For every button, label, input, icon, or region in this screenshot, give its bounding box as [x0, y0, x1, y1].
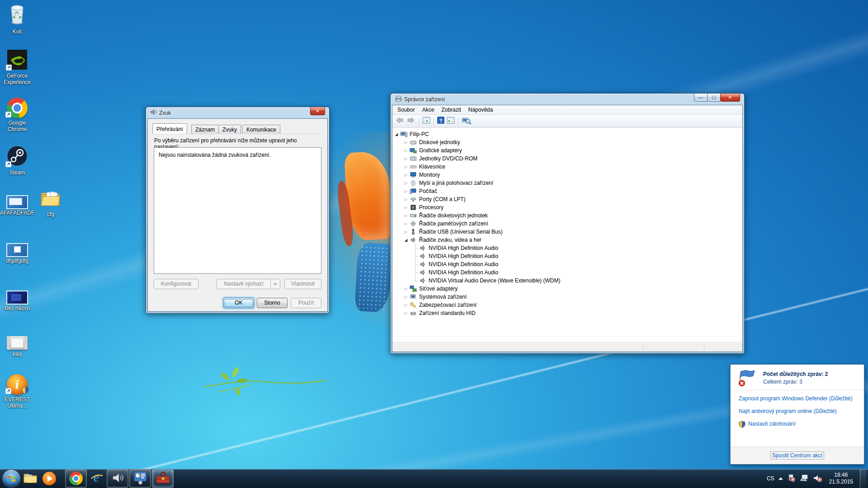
apply-button[interactable]: Použít	[291, 298, 321, 308]
properties-panel-icon[interactable]	[447, 117, 455, 126]
desktop-icon-klklj[interactable]: klklj	[0, 336, 34, 357]
tree-item[interactable]: ▷Procesory	[392, 203, 742, 211]
collapse-arrow-icon[interactable]: ▷	[403, 197, 409, 202]
volume-muted-tray-icon[interactable]	[813, 474, 822, 483]
tab-zvuky[interactable]: Zvuky	[218, 125, 241, 134]
menu-akce[interactable]: Akce	[419, 106, 438, 114]
taskbar-explorer[interactable]	[21, 469, 39, 488]
taskbar-media-player[interactable]	[40, 469, 58, 488]
collapse-arrow-icon[interactable]: ▷	[403, 140, 409, 145]
collapse-arrow-icon[interactable]: ▷	[403, 205, 409, 210]
tree-item[interactable]: NVIDIA High Definition Audio	[392, 252, 742, 260]
taskbar-chrome[interactable]	[65, 469, 87, 488]
taskbar-internet-explorer[interactable]: e	[88, 469, 106, 488]
expanded-arrow-icon[interactable]: ◢	[393, 132, 400, 136]
open-action-center-link[interactable]: Spustit Centrum akcí	[771, 452, 824, 459]
menu-soubor[interactable]: Soubor	[394, 106, 419, 114]
configure-button[interactable]: Konfigurovat	[154, 279, 198, 289]
show-desktop-button[interactable]	[860, 469, 866, 488]
action-center-link-0[interactable]: Zapnout program Windows Defender (Důleži…	[739, 395, 857, 402]
tree-item[interactable]: ▷Monitory	[392, 171, 742, 179]
desktop-icon-cfg[interactable]: cfg	[33, 190, 68, 217]
audio-icon	[419, 244, 426, 252]
desktop-icon-afafadfadf[interactable]: AFAFADFADF	[0, 196, 34, 216]
tree-item[interactable]: ▷Zabezpečovací zařízení	[392, 301, 742, 309]
console-tree-icon[interactable]	[422, 117, 430, 126]
collapse-arrow-icon[interactable]: ▷	[403, 189, 409, 193]
collapse-arrow-icon[interactable]: ▷	[403, 221, 409, 226]
collapse-arrow-icon[interactable]: ▷	[403, 311, 409, 315]
expanded-arrow-icon[interactable]: ◢	[403, 238, 409, 242]
taskbar-device-manager[interactable]	[152, 469, 174, 488]
collapse-arrow-icon[interactable]: ▷	[403, 181, 409, 185]
menu-zobrazit[interactable]: Zobrazit	[438, 106, 464, 114]
desktop-icon-everest[interactable]: iEVEREST Ultima...	[0, 374, 34, 409]
tree-item[interactable]: ▷Zařízení standardu HID	[392, 309, 742, 317]
set-default-dropdown[interactable]	[270, 279, 280, 289]
collapse-arrow-icon[interactable]: ▷	[403, 164, 409, 169]
tree-item[interactable]: NVIDIA Virtual Audio Device (Wave Extens…	[392, 277, 742, 285]
collapse-arrow-icon[interactable]: ▷	[403, 148, 409, 153]
tab-záznam[interactable]: Záznam	[191, 125, 219, 134]
desktop-icon-dfgdfgdfg[interactable]: dfgdfgdfg	[0, 244, 34, 264]
ok-button[interactable]: OK	[223, 298, 254, 308]
set-default-button[interactable]: Nastavit výchozí	[217, 279, 280, 289]
action-center-tray-icon[interactable]	[787, 474, 796, 483]
collapse-arrow-icon[interactable]: ▷	[403, 173, 409, 177]
tab-přehrávání[interactable]: Přehrávání	[152, 123, 187, 134]
tree-item[interactable]: ▷Diskové jednotky	[392, 138, 742, 146]
network-tray-icon[interactable]	[800, 474, 809, 483]
tree-item[interactable]: ▷Klávesnice	[392, 163, 742, 171]
desktop-icon-steam[interactable]: Steam	[0, 145, 34, 176]
tree-item[interactable]: NVIDIA High Definition Audio	[392, 260, 742, 268]
playback-device-list[interactable]: Nejsou nainstalována žádná zvuková zaříz…	[154, 147, 321, 274]
help-icon[interactable]: ?	[437, 117, 444, 126]
collapse-arrow-icon[interactable]: ▷	[403, 213, 409, 218]
taskbar-control-panel[interactable]	[129, 469, 151, 488]
usb-icon	[410, 228, 417, 235]
collapse-arrow-icon[interactable]: ▷	[403, 286, 409, 291]
desktop-icon-recycle-bin[interactable]: Koš	[0, 3, 34, 35]
properties-button[interactable]: Vlastnosti	[284, 279, 321, 289]
tree-item[interactable]: NVIDIA High Definition Audio	[392, 244, 742, 252]
sound-dialog-titlebar[interactable]: Zvuk	[147, 107, 328, 118]
desktop-icon-bez-nazvu[interactable]: Bez názvu	[0, 291, 34, 311]
maximize-button[interactable]: ▢	[707, 94, 721, 102]
action-center-link-1[interactable]: Najít antivirový program online (Důležit…	[739, 408, 857, 415]
language-indicator[interactable]: CS	[767, 475, 774, 482]
action-center-link-2[interactable]: Nastavit zálohování	[739, 421, 857, 430]
minimize-button[interactable]: —	[694, 94, 708, 102]
tree-item[interactable]: NVIDIA High Definition Audio	[392, 268, 742, 277]
collapse-arrow-icon[interactable]: ▷	[403, 156, 409, 161]
tree-item[interactable]: ▷Myši a jiná polohovací zařízení	[392, 179, 742, 187]
tray-clock[interactable]: 18:46 21.5.2015	[826, 472, 856, 485]
taskbar-sound-dialog[interactable]	[107, 469, 128, 488]
tree-item[interactable]: ◢Filip-PC	[392, 130, 742, 138]
tree-item[interactable]: ▷Síťové adaptéry	[392, 285, 742, 293]
desktop-icon-google-chrome[interactable]: Google Chrome	[0, 98, 34, 132]
tree-item[interactable]: ▷Porty (COM a LPT)	[392, 195, 742, 203]
tree-item[interactable]: ▷Systémová zařízení	[392, 293, 742, 301]
tree-item[interactable]: ▷Grafické adaptéry	[392, 146, 742, 155]
close-button[interactable]: ✕	[720, 94, 740, 102]
desktop-icon-geforce-experience[interactable]: GeForce Experience	[0, 50, 34, 85]
collapse-arrow-icon[interactable]: ▷	[403, 303, 409, 307]
device-manager-titlebar[interactable]: Správce zařízení	[392, 94, 743, 105]
scan-hardware-icon[interactable]	[462, 117, 472, 126]
back-icon[interactable]	[395, 117, 404, 126]
cancel-button[interactable]: Storno	[257, 298, 288, 308]
collapse-arrow-icon[interactable]: ▷	[403, 230, 409, 234]
menu-nápověda[interactable]: Nápověda	[465, 106, 497, 114]
tree-item[interactable]: ◢Řadiče zvuku, videa a her	[392, 236, 742, 244]
close-button[interactable]: ✕	[310, 107, 325, 115]
collapse-arrow-icon[interactable]: ▷	[403, 295, 409, 299]
taskbar-start-button[interactable]	[2, 469, 20, 488]
tab-komunikace[interactable]: Komunikace	[242, 125, 280, 134]
tree-item[interactable]: ▷Jednotky DVD/CD-ROM	[392, 155, 742, 163]
forward-icon[interactable]	[406, 117, 415, 126]
show-hidden-icons-icon[interactable]	[778, 477, 783, 480]
tree-item[interactable]: ▷Řadiče paměťových zařízení	[392, 220, 742, 228]
tree-item[interactable]: ▷Řadiče disketových jednotek	[392, 211, 742, 220]
tree-item[interactable]: ▷Počítač	[392, 187, 742, 195]
tree-item[interactable]: ▷Řadiče USB (Universal Serial Bus)	[392, 228, 742, 236]
